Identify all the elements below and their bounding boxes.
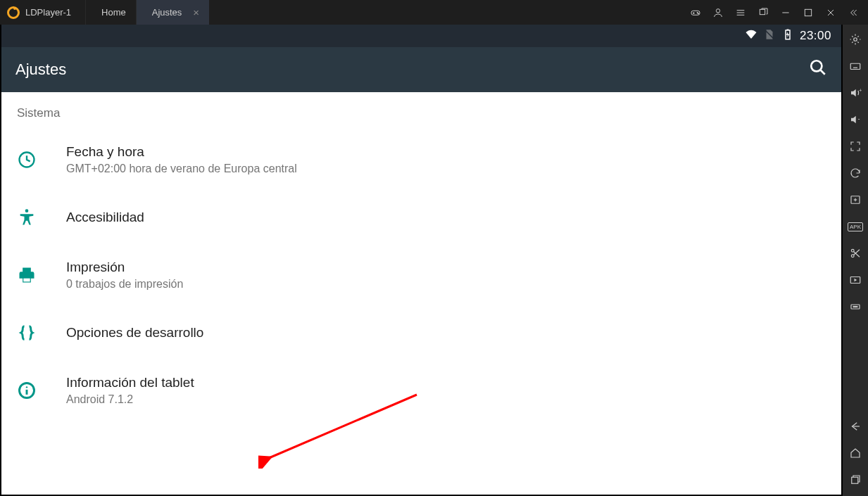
app-name-label: LDPlayer-1 xyxy=(25,7,71,18)
wifi-icon xyxy=(745,28,757,44)
svg-point-5 xyxy=(698,13,698,13)
svg-point-27 xyxy=(851,249,854,252)
info-icon xyxy=(15,379,38,402)
item-title: Información del tablet xyxy=(66,375,194,390)
maximize-icon[interactable] xyxy=(802,6,814,19)
svg-rect-12 xyxy=(805,9,811,15)
volume-down-icon[interactable]: - xyxy=(848,112,863,127)
svg-point-35 xyxy=(857,306,858,307)
svg-marker-40 xyxy=(786,32,790,37)
minimize-icon[interactable] xyxy=(779,6,792,19)
tab-label: Home xyxy=(101,7,126,18)
apk-icon[interactable]: APK xyxy=(848,219,863,234)
tab-home[interactable]: Home xyxy=(85,0,136,25)
item-title: Opciones de desarrollo xyxy=(66,325,203,341)
item-title: Fecha y hora xyxy=(66,144,297,160)
page-title: Ajustes xyxy=(15,61,66,79)
svg-rect-10 xyxy=(760,9,765,14)
app-bar: Ajustes xyxy=(1,47,841,92)
keyboard-icon[interactable] xyxy=(848,58,863,74)
clock-icon xyxy=(15,148,38,171)
sync-icon[interactable] xyxy=(848,165,863,181)
user-icon[interactable] xyxy=(712,6,724,19)
item-subtitle: 0 trabajos de impresión xyxy=(66,278,183,291)
braces-icon xyxy=(15,322,38,344)
recents-nav-icon[interactable] xyxy=(848,472,863,488)
scissors-icon[interactable] xyxy=(848,246,863,261)
svg-rect-16 xyxy=(850,63,860,69)
svg-point-6 xyxy=(716,8,719,12)
no-sim-icon xyxy=(763,28,776,44)
svg-point-33 xyxy=(853,306,855,307)
tab-ajustes[interactable]: Ajustes × xyxy=(136,0,209,25)
svg-rect-36 xyxy=(852,477,858,483)
svg-point-48 xyxy=(26,386,27,388)
svg-rect-45 xyxy=(23,279,30,282)
svg-text:-: - xyxy=(858,116,860,122)
volume-up-icon[interactable]: + xyxy=(848,85,863,101)
settings-list: Sistema Fecha y hora GMT+02:00 hora de v… xyxy=(1,92,841,495)
svg-point-44 xyxy=(25,209,29,212)
print-icon xyxy=(15,264,38,286)
item-subtitle: GMT+02:00 hora de verano de Europa centr… xyxy=(66,163,297,175)
item-subtitle: Android 7.1.2 xyxy=(66,393,194,406)
app-title: LDPlayer-1 xyxy=(0,0,85,25)
svg-text:+: + xyxy=(859,88,862,93)
more-icon[interactable] xyxy=(848,299,863,314)
accessibility-icon xyxy=(15,206,38,229)
item-tablet-info[interactable]: Información del tablet Android 7.1.2 xyxy=(1,360,841,421)
status-bar: 23:00 xyxy=(1,25,841,47)
tab-label: Ajustes xyxy=(152,7,182,18)
home-nav-icon[interactable] xyxy=(848,445,863,461)
record-icon[interactable] xyxy=(848,272,863,288)
window-titlebar: LDPlayer-1 Home Ajustes × xyxy=(0,0,868,25)
search-icon[interactable] xyxy=(809,58,827,81)
back-nav-icon[interactable] xyxy=(848,419,863,434)
multi-window-icon[interactable] xyxy=(757,6,769,19)
section-header: Sistema xyxy=(1,92,841,129)
ldplayer-logo-icon xyxy=(7,6,20,19)
svg-point-41 xyxy=(811,61,822,71)
close-window-icon[interactable] xyxy=(824,6,837,19)
gamepad-icon[interactable] xyxy=(689,6,702,19)
close-icon[interactable]: × xyxy=(193,6,199,18)
svg-point-26 xyxy=(851,255,854,257)
item-date-time[interactable]: Fecha y hora GMT+02:00 hora de verano de… xyxy=(1,129,841,191)
fullscreen-icon[interactable] xyxy=(848,139,863,154)
svg-marker-31 xyxy=(855,279,857,282)
window-controls xyxy=(689,6,868,19)
svg-point-4 xyxy=(697,12,698,13)
add-file-icon[interactable] xyxy=(848,192,863,208)
item-print[interactable]: Impresión 0 trabajos de impresión xyxy=(1,244,841,306)
item-title: Accesibilidad xyxy=(66,210,144,225)
menu-icon[interactable] xyxy=(734,6,747,19)
status-clock: 23:00 xyxy=(800,29,831,43)
item-developer-options[interactable]: Opciones de desarrollo xyxy=(1,306,841,360)
svg-point-34 xyxy=(855,306,856,307)
svg-rect-39 xyxy=(786,29,788,30)
emulator-sidebar: + - APK xyxy=(843,25,868,496)
item-accessibility[interactable]: Accesibilidad xyxy=(1,191,841,244)
item-title: Impresión xyxy=(66,260,183,275)
svg-point-15 xyxy=(854,38,857,42)
collapse-sidebar-icon[interactable] xyxy=(847,6,860,19)
settings-gear-icon[interactable] xyxy=(848,32,863,47)
android-viewport: 23:00 Ajustes Sistema Fecha y hora GMT+0… xyxy=(1,25,841,495)
battery-icon xyxy=(781,28,794,44)
svg-line-42 xyxy=(820,70,825,75)
